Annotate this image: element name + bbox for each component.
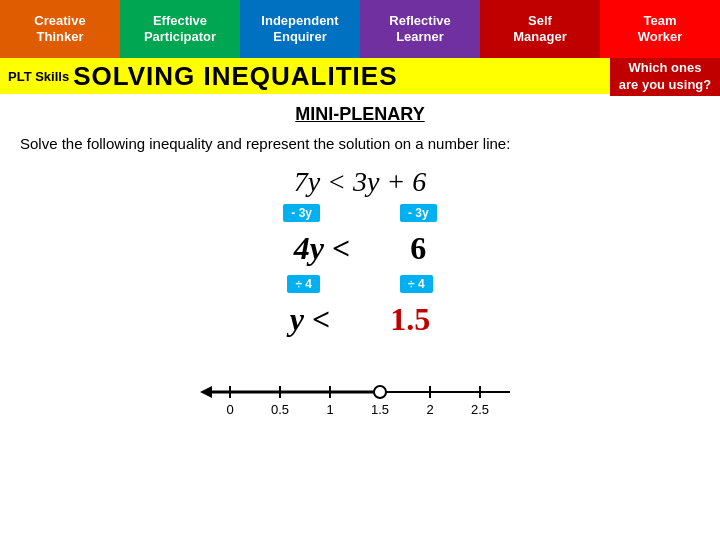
- main-content: MINI-PLENARY Solve the following inequal…: [0, 94, 720, 442]
- solve-instruction: Solve the following inequality and repre…: [20, 133, 700, 154]
- tab-creative[interactable]: CreativeThinker: [0, 0, 120, 58]
- result-row-1: 4y < 6: [20, 230, 700, 267]
- step1-ops: - 3y - 3y: [20, 204, 700, 222]
- svg-point-14: [374, 386, 386, 398]
- result-right-6: 6: [410, 230, 426, 267]
- op-box-minus3y-right: - 3y: [400, 204, 437, 222]
- svg-text:1.5: 1.5: [371, 402, 389, 417]
- op-box-minus3y-left: - 3y: [283, 204, 320, 222]
- final-right-1.5: 1.5: [390, 301, 430, 338]
- nav-tabs: CreativeThinker EffectiveParticipator In…: [0, 0, 720, 58]
- math-area: 7y < 3y + 6 - 3y - 3y 4y < 6 ÷ 4 ÷ 4 y <…: [20, 166, 700, 432]
- main-inequality: 7y < 3y + 6: [294, 166, 427, 198]
- tab-creative-label: CreativeThinker: [34, 13, 85, 44]
- svg-text:0.5: 0.5: [271, 402, 289, 417]
- solving-title: SOLVING INEQUALITIES: [73, 61, 397, 92]
- final-left-y: y <: [290, 301, 330, 338]
- tab-reflective[interactable]: ReflectiveLearner: [360, 0, 480, 58]
- tab-independent-label: IndependentEnquirer: [261, 13, 338, 44]
- number-line-svg: 0 0.5 1 1.5 2 2.5: [190, 362, 530, 432]
- svg-text:2: 2: [426, 402, 433, 417]
- tab-self[interactable]: SelfManager: [480, 0, 600, 58]
- tab-effective-label: EffectiveParticipator: [144, 13, 216, 44]
- tab-reflective-label: ReflectiveLearner: [389, 13, 450, 44]
- tab-effective[interactable]: EffectiveParticipator: [120, 0, 240, 58]
- mini-plenary-heading: MINI-PLENARY: [20, 104, 700, 125]
- final-row: y < 1.5: [20, 301, 700, 338]
- tab-independent[interactable]: IndependentEnquirer: [240, 0, 360, 58]
- result-left-4y: 4y <: [294, 230, 350, 267]
- op-box-div4-right: ÷ 4: [400, 275, 433, 293]
- op-box-div4-left: ÷ 4: [287, 275, 320, 293]
- which-ones-box: Which ones are you using?: [610, 58, 720, 96]
- svg-text:1: 1: [326, 402, 333, 417]
- tab-team[interactable]: TeamWorker: [600, 0, 720, 58]
- step2-ops: ÷ 4 ÷ 4: [20, 275, 700, 293]
- plt-label: PLT Skills: [8, 69, 69, 84]
- number-line-area: 0 0.5 1 1.5 2 2.5: [190, 362, 530, 432]
- svg-text:0: 0: [226, 402, 233, 417]
- tab-self-label: SelfManager: [513, 13, 566, 44]
- tab-team-label: TeamWorker: [638, 13, 683, 44]
- svg-text:2.5: 2.5: [471, 402, 489, 417]
